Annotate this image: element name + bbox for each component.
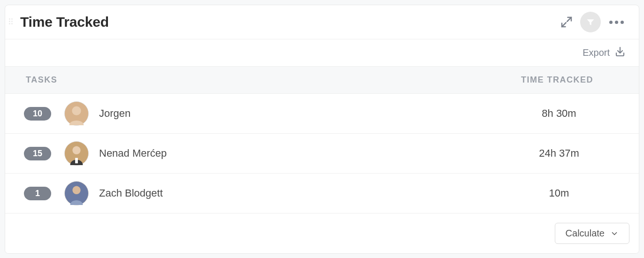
svg-point-6	[72, 186, 80, 194]
svg-rect-4	[75, 158, 78, 164]
column-header-tasks: TASKS	[26, 75, 496, 85]
table-row[interactable]: 15 Nenad Merćep 24h 37m	[5, 134, 639, 174]
calculate-label: Calculate	[566, 228, 605, 239]
avatar[interactable]	[64, 181, 89, 205]
svg-point-3	[72, 146, 80, 154]
time-tracked-value: 24h 37m	[498, 147, 620, 159]
person-name: Nenad Merćep	[99, 147, 498, 159]
more-options-icon[interactable]	[607, 19, 626, 26]
time-tracked-value: 8h 30m	[498, 107, 620, 120]
person-name: Jorgen	[99, 107, 498, 120]
card-header: Time Tracked	[5, 5, 639, 39]
export-label: Export	[583, 47, 610, 58]
table-row[interactable]: 1 Zach Blodgett 10m	[5, 174, 639, 213]
avatar[interactable]	[64, 141, 89, 166]
page-title: Time Tracked	[20, 14, 109, 30]
time-tracked-value: 10m	[498, 187, 620, 199]
export-button[interactable]: Export	[5, 39, 639, 67]
task-count-badge[interactable]: 15	[24, 147, 51, 160]
filter-icon[interactable]	[580, 12, 601, 32]
chevron-down-icon	[610, 229, 619, 238]
header-actions	[560, 12, 626, 32]
task-count-badge[interactable]: 1	[24, 187, 51, 200]
table-row[interactable]: 10 Jorgen 8h 30m	[5, 94, 639, 134]
table-header: TASKS TIME TRACKED	[5, 67, 639, 94]
card-footer: Calculate	[5, 213, 639, 253]
download-icon	[614, 46, 626, 60]
column-header-time: TIME TRACKED	[496, 75, 618, 85]
svg-point-1	[72, 106, 81, 115]
person-name: Zach Blodgett	[99, 187, 498, 199]
drag-handle-icon[interactable]	[9, 18, 14, 26]
avatar[interactable]	[64, 101, 89, 126]
expand-icon[interactable]	[560, 15, 574, 29]
task-count-badge[interactable]: 10	[24, 107, 51, 121]
time-tracked-card: Time Tracked Export	[5, 5, 639, 254]
calculate-button[interactable]: Calculate	[555, 223, 629, 244]
